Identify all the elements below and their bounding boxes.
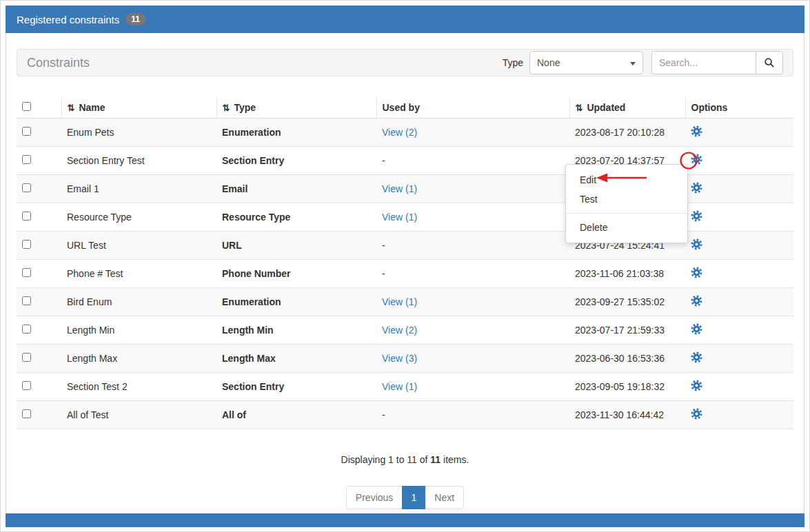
gear-icon[interactable]: [691, 351, 702, 363]
row-name: Enum Pets: [61, 119, 216, 147]
section-title: Constraints: [27, 56, 90, 70]
table-row: All of Test All of - 2023-11-30 16:44:42: [17, 401, 793, 429]
table-row: Phone # Test Phone Number - 2023-11-06 2…: [17, 260, 793, 288]
row-type: Length Min: [216, 316, 376, 345]
row-checkbox[interactable]: [22, 127, 31, 136]
menu-item-test[interactable]: Test: [566, 190, 687, 209]
row-updated: 2023-09-05 19:18:32: [569, 373, 685, 401]
options-context-menu: Edit Test Delete: [565, 164, 688, 243]
next-page-button[interactable]: Next: [425, 486, 464, 509]
gear-icon[interactable]: [691, 182, 702, 194]
used-by-link[interactable]: View (1): [382, 296, 417, 307]
previous-page-button[interactable]: Previous: [346, 486, 403, 509]
row-name: Section Entry Test: [61, 147, 216, 175]
used-by-link[interactable]: View (1): [382, 381, 417, 392]
type-filter-label: Type: [503, 57, 523, 68]
search-input[interactable]: [651, 51, 756, 74]
used-by-link[interactable]: View (2): [382, 127, 417, 138]
select-all-header: [17, 97, 61, 119]
gear-icon[interactable]: [691, 267, 702, 278]
table-row: Bird Enum Enumeration View (1) 2023-09-2…: [17, 288, 793, 316]
sort-icon[interactable]: ⇅: [223, 103, 230, 113]
row-name: Phone # Test: [61, 260, 216, 288]
row-type: Section Entry: [216, 147, 376, 175]
row-checkbox[interactable]: [22, 212, 31, 221]
row-checkbox[interactable]: [22, 325, 31, 334]
column-header-updated[interactable]: ⇅Updated: [569, 97, 685, 119]
constraints-panel: Registered constraints 11 Constraints Ty…: [6, 6, 804, 527]
menu-divider: [566, 213, 687, 214]
column-header-name[interactable]: ⇅Name: [61, 97, 216, 119]
menu-item-delete[interactable]: Delete: [566, 218, 687, 237]
gear-icon[interactable]: [691, 323, 702, 335]
used-by-link[interactable]: View (1): [382, 183, 417, 194]
used-by-text: -: [382, 155, 385, 166]
row-checkbox[interactable]: [22, 353, 31, 362]
gear-icon[interactable]: [691, 210, 702, 222]
row-checkbox[interactable]: [22, 381, 31, 390]
column-header-used-by: Used by: [376, 97, 569, 119]
row-updated: 2023-11-30 16:44:42: [569, 401, 685, 429]
menu-item-edit[interactable]: Edit: [566, 170, 687, 190]
row-name: URL Test: [61, 232, 216, 260]
row-name: Email 1: [61, 175, 216, 203]
gear-icon[interactable]: [691, 238, 702, 250]
row-updated: 2023-11-06 21:03:38: [569, 260, 685, 288]
row-name: Length Min: [61, 316, 216, 345]
row-checkbox[interactable]: [22, 240, 31, 249]
sort-icon[interactable]: ⇅: [68, 103, 75, 113]
panel-header: Registered constraints 11: [6, 6, 804, 33]
row-type: Resource Type: [216, 203, 376, 232]
page-title: Registered constraints: [17, 14, 119, 25]
row-type: URL: [216, 232, 376, 260]
gear-icon[interactable]: [691, 380, 702, 391]
row-name: Resource Type: [61, 203, 216, 232]
row-checkbox[interactable]: [22, 155, 31, 164]
panel-body: Constraints Type None: [6, 33, 804, 513]
search-group: [651, 51, 783, 74]
sort-icon[interactable]: ⇅: [576, 103, 583, 113]
table-header-row: ⇅Name ⇅Type Used by ⇅Updated Options: [17, 97, 793, 119]
row-name: All of Test: [61, 401, 216, 429]
constraints-table: ⇅Name ⇅Type Used by ⇅Updated Options Enu…: [17, 97, 793, 429]
used-by-link[interactable]: View (2): [382, 325, 417, 336]
gear-icon[interactable]: [691, 295, 702, 307]
page-1-button[interactable]: 1: [402, 486, 425, 509]
row-checkbox[interactable]: [22, 183, 31, 192]
gear-icon[interactable]: [691, 125, 702, 137]
row-type: Phone Number: [216, 260, 376, 288]
row-type: Enumeration: [216, 119, 376, 147]
count-badge: 11: [125, 13, 145, 25]
gear-icon[interactable]: [691, 408, 702, 420]
column-header-type[interactable]: ⇅Type: [216, 97, 376, 119]
used-by-link[interactable]: View (3): [382, 353, 417, 364]
table-row: Length Min Length Min View (2) 2023-07-1…: [17, 316, 793, 345]
row-updated: 2023-08-17 20:10:28: [569, 119, 685, 147]
select-all-checkbox[interactable]: [22, 102, 31, 111]
row-type: All of: [216, 401, 376, 429]
row-updated: 2023-06-30 16:53:36: [569, 345, 685, 373]
row-type: Section Entry: [216, 373, 376, 401]
search-button[interactable]: [756, 51, 783, 74]
used-by-text: -: [382, 268, 385, 279]
magnifier-icon: [764, 57, 775, 68]
type-filter-select[interactable]: None: [530, 52, 642, 74]
row-checkbox[interactable]: [22, 268, 31, 277]
gear-icon[interactable]: [691, 154, 702, 165]
row-checkbox[interactable]: [22, 409, 31, 418]
row-name: Length Max: [61, 345, 216, 373]
table-row: Enum Pets Enumeration View (2) 2023-08-1…: [17, 119, 793, 147]
toolbar: Constraints Type None: [17, 49, 793, 76]
panel-footer-bar: [6, 513, 804, 527]
type-filter-select-wrap: None: [529, 51, 643, 74]
row-checkbox[interactable]: [22, 296, 31, 305]
table-row: Section Test 2 Section Entry View (1) 20…: [17, 373, 793, 401]
table-row: Length Max Length Max View (3) 2023-06-3…: [17, 345, 793, 373]
column-header-options: Options: [685, 97, 793, 119]
row-name: Section Test 2: [61, 373, 216, 401]
row-name: Bird Enum: [61, 288, 216, 316]
row-updated: 2023-07-17 21:59:33: [569, 316, 685, 345]
items-summary: Displaying 1 to 11 of 11 items.: [17, 454, 793, 465]
row-type: Length Max: [216, 345, 376, 373]
used-by-link[interactable]: View (1): [382, 212, 417, 223]
